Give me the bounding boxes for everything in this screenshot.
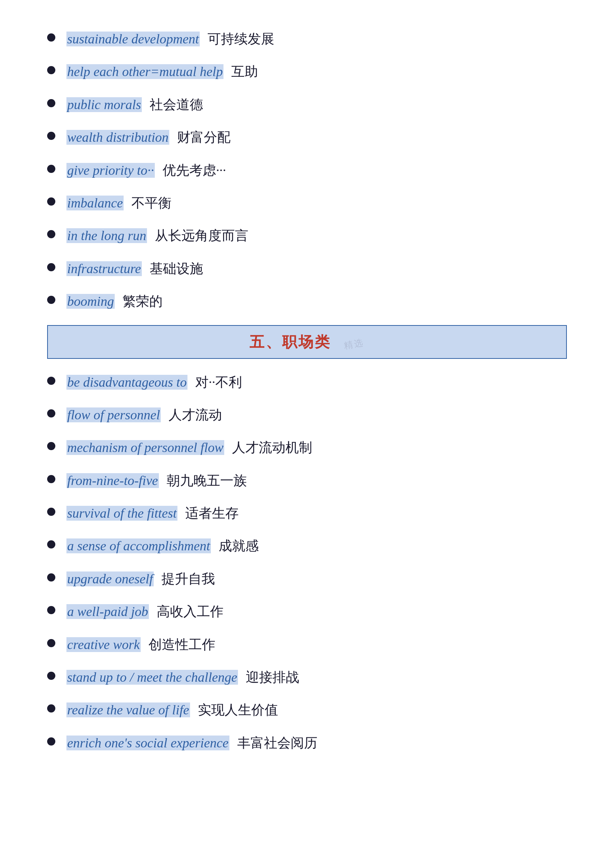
english-term: stand up to / meet the challenge [67,670,238,685]
chinese-translation: 适者生存 [185,506,239,521]
item-text: mechanism of personnel flow 人才流动机制 [67,438,567,457]
item-text: booming 繁荣的 [67,292,567,311]
chinese-translation: 基础设施 [150,261,203,276]
chinese-translation: 可持续发展 [208,31,274,46]
chinese-translation: 对··不利 [195,375,242,390]
bullet-dot [47,508,55,516]
item-text: give priority to·· 优先考虑··· [67,161,567,180]
list-item: stand up to / meet the challenge 迎接排战 [47,668,567,687]
list-item: enrich one's social experience 丰富社会阅历 [47,734,567,752]
list-item: a sense of accomplishment 成就感 [47,536,567,555]
list-item: survival of the fittest 适者生存 [47,504,567,522]
chinese-translation: 实现人生价值 [198,702,278,717]
bullet-dot [47,704,55,713]
list-item: realize the value of life 实现人生价值 [47,701,567,719]
chinese-translation: 财富分配 [177,130,231,145]
item-text: in the long run 从长远角度而言 [67,226,567,245]
chinese-translation: 提升自我 [161,572,215,586]
bullet-dot [47,377,55,385]
bullet-dot [47,409,55,417]
bullet-dot [47,606,55,614]
english-term: a sense of accomplishment [67,538,211,553]
list-item: creative work 创造性工作 [47,636,567,654]
chinese-translation: 成就感 [219,538,259,553]
item-text: imbalance 不平衡 [67,194,567,212]
list-item: booming 繁荣的 [47,292,567,311]
chinese-translation: 社会道德 [150,97,203,112]
list-item: in the long run 从长远角度而言 [47,226,567,245]
bullet-dot [47,99,55,107]
english-term: survival of the fittest [67,506,177,521]
english-term: in the long run [67,228,147,243]
list-item: help each other=mutual help 互助 [47,62,567,81]
bullet-dot [47,296,55,304]
english-term: wealth distribution [67,130,169,145]
chinese-translation: 人才流动 [169,408,222,422]
bullet-dot [47,672,55,680]
item-text: survival of the fittest 适者生存 [67,504,567,522]
item-text: upgrade oneself 提升自我 [67,570,567,588]
item-text: be disadvantageous to 对··不利 [67,373,567,392]
chinese-translation: 繁荣的 [122,294,163,309]
english-term: upgrade oneself [67,572,154,586]
item-text: infrastructure 基础设施 [67,259,567,278]
list-item: public morals 社会道德 [47,95,567,114]
bullet-dot [47,574,55,581]
bullet-dot [47,33,55,42]
chinese-translation: 高收入工作 [157,604,223,619]
english-term: be disadvantageous to [67,375,188,390]
english-term: public morals [67,97,142,112]
section-header-label: 五、职场类 [250,333,331,350]
english-term: imbalance [67,195,124,211]
item-text: sustainable development 可持续发展 [67,30,567,48]
list-item: give priority to·· 优先考虑··· [47,161,567,180]
item-text: wealth distribution 财富分配 [67,128,567,147]
list-item: wealth distribution 财富分配 [47,128,567,147]
list-item: imbalance 不平衡 [47,194,567,212]
chinese-translation: 迎接排战 [246,670,299,685]
english-term: infrastructure [67,261,142,276]
english-term: enrich one's social experience [67,736,229,750]
item-text: flow of personnel 人才流动 [67,406,567,424]
list-item: flow of personnel 人才流动 [47,406,567,424]
bullet-dot [47,263,55,271]
bullet-dot [47,475,55,483]
chinese-translation: 从长远角度而言 [155,228,248,243]
english-term: creative work [67,637,141,652]
chinese-translation: 人才流动机制 [232,440,312,455]
english-term: realize the value of life [67,702,190,717]
top-list: sustainable development 可持续发展 help each … [47,30,567,311]
list-item: a well-paid job 高收入工作 [47,602,567,621]
item-text: from-nine-to-five 朝九晚五一族 [67,471,567,490]
section-header: 五、职场类 精选 [47,325,567,359]
item-text: a well-paid job 高收入工作 [67,602,567,621]
english-term: sustainable development [67,31,200,46]
item-text: enrich one's social experience 丰富社会阅历 [67,734,567,752]
chinese-translation: 朝九晚五一族 [167,473,247,488]
bullet-dot [47,230,55,238]
english-term: help each other=mutual help [67,64,223,79]
english-term: mechanism of personnel flow [67,440,224,455]
item-text: help each other=mutual help 互助 [67,62,567,81]
bullet-dot [47,639,55,647]
english-term: from-nine-to-five [67,473,159,488]
bottom-list: be disadvantageous to 对··不利 flow of pers… [47,373,567,753]
content-area: sustainable development 可持续发展 help each … [47,22,567,752]
english-term: a well-paid job [67,604,149,619]
list-item: mechanism of personnel flow 人才流动机制 [47,438,567,457]
bullet-dot [47,165,55,173]
chinese-translation: 不平衡 [132,195,172,211]
english-term: booming [67,294,115,309]
list-item: upgrade oneself 提升自我 [47,570,567,588]
item-text: realize the value of life 实现人生价值 [67,701,567,719]
list-item: infrastructure 基础设施 [47,259,567,278]
bullet-dot [47,66,55,74]
list-item: from-nine-to-five 朝九晚五一族 [47,471,567,490]
chinese-translation: 优先考虑··· [163,163,226,178]
item-text: stand up to / meet the challenge 迎接排战 [67,668,567,687]
item-text: public morals 社会道德 [67,95,567,114]
english-term: flow of personnel [67,408,161,422]
chinese-translation: 丰富社会阅历 [237,736,317,750]
english-term: give priority to·· [67,163,155,178]
bullet-dot [47,737,55,746]
